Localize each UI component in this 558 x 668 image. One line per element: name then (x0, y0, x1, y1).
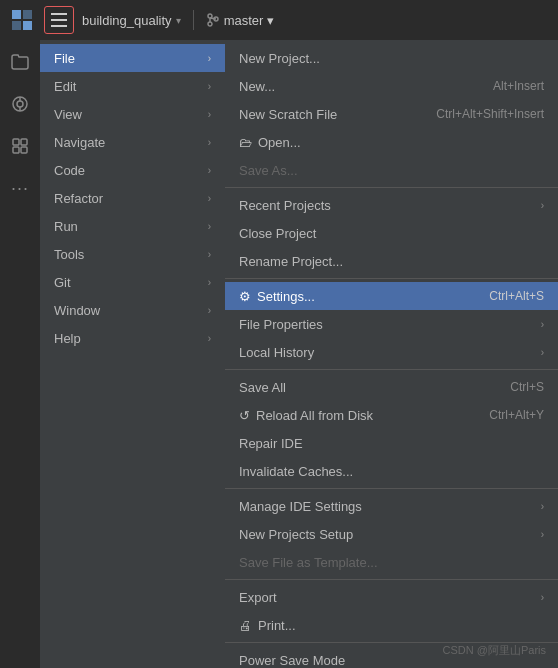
svg-rect-15 (13, 147, 19, 153)
menu-label-git: Git (54, 275, 71, 290)
chevron-tools: › (208, 249, 211, 260)
submenu-export[interactable]: Export › (225, 583, 558, 611)
menu-label-view: View (54, 107, 82, 122)
submenu-close-project[interactable]: Close Project (225, 219, 558, 247)
submenu-label-recent-projects: Recent Projects (239, 198, 331, 213)
submenu-invalidate-caches[interactable]: Invalidate Caches... (225, 457, 558, 485)
app-logo (8, 6, 36, 34)
project-chevron: ▾ (176, 15, 181, 26)
submenu-label-file-properties: File Properties (239, 317, 323, 332)
menu-item-refactor[interactable]: Refactor › (40, 184, 225, 212)
menu-item-run[interactable]: Run › (40, 212, 225, 240)
submenu-print[interactable]: 🖨 Print... (225, 611, 558, 639)
menu-label-refactor: Refactor (54, 191, 103, 206)
menu-item-navigate[interactable]: Navigate › (40, 128, 225, 156)
shortcut-new: Alt+Insert (493, 79, 544, 93)
submenu-save-as: Save As... (225, 156, 558, 184)
submenu-label-save-as: Save As... (239, 163, 298, 178)
svg-point-5 (208, 22, 212, 26)
submenu-new-projects-setup[interactable]: New Projects Setup › (225, 520, 558, 548)
divider-1 (225, 187, 558, 188)
submenu-label-save-all: Save All (239, 380, 286, 395)
menu-hamburger-button[interactable] (44, 6, 74, 34)
sidebar-icon-git[interactable] (8, 92, 32, 116)
submenu-local-history[interactable]: Local History › (225, 338, 558, 366)
chevron-run: › (208, 221, 211, 232)
menu-label-tools: Tools (54, 247, 84, 262)
menu-label-edit: Edit (54, 79, 76, 94)
svg-line-8 (210, 18, 216, 19)
chevron-edit: › (208, 81, 211, 92)
reload-icon: ↺ (239, 408, 250, 423)
sidebar-icon-folder[interactable] (8, 50, 32, 74)
svg-point-9 (17, 101, 23, 107)
svg-rect-14 (21, 139, 27, 145)
chevron-new-projects-setup: › (541, 529, 544, 540)
submenu-recent-projects[interactable]: Recent Projects › (225, 191, 558, 219)
menu-label-run: Run (54, 219, 78, 234)
menu-label-help: Help (54, 331, 81, 346)
topbar-divider (193, 10, 194, 30)
menu-label-file: File (54, 51, 75, 66)
submenu-manage-settings[interactable]: Manage IDE Settings › (225, 492, 558, 520)
left-menu: File › Edit › View › Navigate › Code › R… (40, 40, 225, 668)
svg-rect-3 (23, 21, 32, 30)
branch-selector[interactable]: master ▾ (206, 13, 275, 28)
submenu-label-new-projects-setup: New Projects Setup (239, 527, 353, 542)
chevron-recent: › (541, 200, 544, 211)
menu-item-window[interactable]: Window › (40, 296, 225, 324)
divider-2 (225, 278, 558, 279)
shortcut-settings: Ctrl+Alt+S (489, 289, 544, 303)
submenu-label-rename-project: Rename Project... (239, 254, 343, 269)
divider-5 (225, 579, 558, 580)
svg-rect-13 (13, 139, 19, 145)
menu-item-git[interactable]: Git › (40, 268, 225, 296)
branch-name: master (224, 13, 264, 28)
submenu-new[interactable]: New... Alt+Insert (225, 72, 558, 100)
svg-rect-16 (21, 147, 27, 153)
divider-3 (225, 369, 558, 370)
submenu-repair-ide[interactable]: Repair IDE (225, 429, 558, 457)
submenu-label-open: Open... (258, 135, 301, 150)
divider-4 (225, 488, 558, 489)
menu-item-tools[interactable]: Tools › (40, 240, 225, 268)
menu-item-edit[interactable]: Edit › (40, 72, 225, 100)
submenu-reload-all[interactable]: ↺ Reload All from Disk Ctrl+Alt+Y (225, 401, 558, 429)
submenu-label-reload-all: Reload All from Disk (256, 408, 373, 423)
chevron-refactor: › (208, 193, 211, 204)
print-icon: 🖨 (239, 618, 252, 633)
chevron-file: › (208, 53, 211, 64)
submenu-label-manage-settings: Manage IDE Settings (239, 499, 362, 514)
project-selector[interactable]: building_quality ▾ (82, 13, 181, 28)
folder-icon: 🗁 (239, 135, 252, 150)
submenu-label-repair-ide: Repair IDE (239, 436, 303, 451)
submenu-label-print: Print... (258, 618, 296, 633)
chevron-code: › (208, 165, 211, 176)
menu-item-code[interactable]: Code › (40, 156, 225, 184)
submenu-label-local-history: Local History (239, 345, 314, 360)
submenu-file-properties[interactable]: File Properties › (225, 310, 558, 338)
submenu-open[interactable]: 🗁 Open... (225, 128, 558, 156)
chevron-git: › (208, 277, 211, 288)
chevron-help: › (208, 333, 211, 344)
chevron-file-properties: › (541, 319, 544, 330)
gear-icon: ⚙ (239, 289, 251, 304)
sidebar-icon-more[interactable]: ··· (8, 176, 32, 200)
submenu-settings[interactable]: ⚙ Settings... Ctrl+Alt+S (225, 282, 558, 310)
submenu-label-power-save: Power Save Mode (239, 653, 345, 668)
submenu-new-project[interactable]: New Project... (225, 44, 558, 72)
svg-rect-1 (23, 10, 32, 19)
submenu-new-scratch[interactable]: New Scratch File Ctrl+Alt+Shift+Insert (225, 100, 558, 128)
sidebar-icon-plugins[interactable] (8, 134, 32, 158)
menu-item-help[interactable]: Help › (40, 324, 225, 352)
menu-item-file[interactable]: File › (40, 44, 225, 72)
submenu-save-all[interactable]: Save All Ctrl+S (225, 373, 558, 401)
submenu-label-settings: Settings... (257, 289, 315, 304)
chevron-export: › (541, 592, 544, 603)
project-name: building_quality (82, 13, 172, 28)
submenu-rename-project[interactable]: Rename Project... (225, 247, 558, 275)
submenu-label-export: Export (239, 590, 277, 605)
menu-label-navigate: Navigate (54, 135, 105, 150)
submenu-label-new: New... (239, 79, 275, 94)
menu-item-view[interactable]: View › (40, 100, 225, 128)
